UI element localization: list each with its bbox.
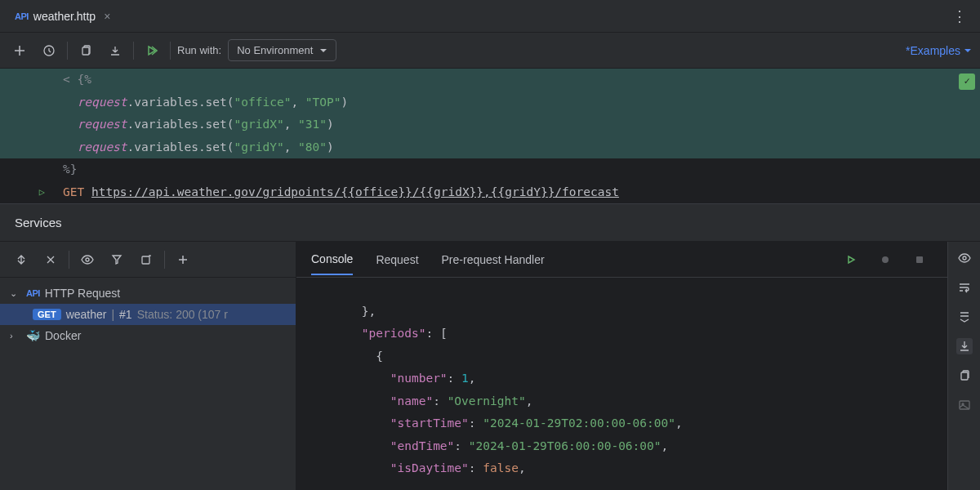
eye-icon[interactable] xyxy=(76,248,99,271)
separator xyxy=(69,251,69,269)
file-tab[interactable]: API weather.http × xyxy=(7,0,118,32)
services-panel-title: Services xyxy=(0,203,980,242)
run-gutter-icon[interactable]: ▷ xyxy=(39,181,45,204)
new-tab-icon[interactable] xyxy=(135,248,158,271)
right-rail xyxy=(947,242,980,490)
image-icon[interactable] xyxy=(956,397,973,413)
history-icon[interactable] xyxy=(38,39,60,62)
chevron-right-icon: › xyxy=(10,331,21,341)
svg-point-10 xyxy=(963,256,966,260)
run-all-icon[interactable] xyxy=(140,39,163,62)
get-badge: GET xyxy=(33,309,61,320)
code-editor[interactable]: ✓ < {% request.variables.set("office", "… xyxy=(0,69,980,203)
wrap-icon[interactable] xyxy=(956,279,973,296)
tab-bar: API weather.http × ⋮ xyxy=(0,0,980,33)
svg-rect-5 xyxy=(142,256,149,264)
import-icon[interactable] xyxy=(104,39,127,62)
svg-rect-11 xyxy=(961,372,968,380)
docker-icon: 🐳 xyxy=(26,329,40,342)
separator xyxy=(170,42,171,60)
separator xyxy=(164,251,165,269)
eye-icon[interactable] xyxy=(956,250,973,266)
copy-icon[interactable] xyxy=(956,368,973,384)
services-toolbar xyxy=(0,242,296,278)
download-icon[interactable] xyxy=(956,338,973,354)
editor-toolbar: Run with: No Environment *Examples xyxy=(0,33,980,69)
examples-link[interactable]: *Examples xyxy=(906,44,972,57)
filter-icon[interactable] xyxy=(105,248,128,271)
svg-rect-9 xyxy=(916,256,923,263)
api-icon: API xyxy=(15,11,29,21)
collapse-icon[interactable] xyxy=(39,248,62,271)
tree-label: Docker xyxy=(45,329,81,342)
status-text: Status: 200 (107 r xyxy=(137,308,228,321)
run-with-label: Run with: xyxy=(177,44,221,56)
expand-icon[interactable] xyxy=(10,248,33,271)
debug-icon[interactable] xyxy=(874,248,897,271)
more-icon[interactable]: ⋮ xyxy=(946,7,973,25)
scroll-to-end-icon[interactable] xyxy=(956,309,973,325)
tab-console[interactable]: Console xyxy=(311,244,353,275)
tab-pre-request-handler[interactable]: Pre-request Handler xyxy=(442,245,545,274)
response-tabs: Console Request Pre-request Handler ⋮ xyxy=(296,242,980,278)
services-tree: ⌄ API HTTP Request GET weather | #1 Stat… xyxy=(0,278,296,351)
chevron-down-icon xyxy=(319,47,327,55)
separator xyxy=(133,42,134,60)
services-tree-panel: ⌄ API HTTP Request GET weather | #1 Stat… xyxy=(0,242,296,490)
tree-label: HTTP Request xyxy=(45,287,120,300)
env-selected-value: No Environment xyxy=(237,44,313,56)
chevron-down-icon: ⌄ xyxy=(10,288,21,299)
svg-point-4 xyxy=(86,258,89,261)
response-panel: Console Request Pre-request Handler ⋮ },… xyxy=(296,242,980,490)
json-response[interactable]: }, "periods": [ { "number": 1, "name": "… xyxy=(296,278,980,490)
separator: | xyxy=(111,308,114,321)
chevron-down-icon xyxy=(964,47,972,55)
svg-rect-3 xyxy=(82,47,89,55)
close-icon[interactable]: × xyxy=(104,10,110,23)
tree-item-http-request[interactable]: ⌄ API HTTP Request xyxy=(0,283,296,304)
run-number: #1 xyxy=(119,308,132,321)
tab-filename: weather.http xyxy=(33,10,96,23)
check-icon[interactable]: ✓ xyxy=(959,74,975,90)
add-icon[interactable] xyxy=(8,39,31,62)
tree-label: weather xyxy=(66,308,107,321)
tree-item-weather-request[interactable]: GET weather | #1 Status: 200 (107 r xyxy=(0,304,296,325)
svg-point-8 xyxy=(882,256,889,263)
services-panel: ⌄ API HTTP Request GET weather | #1 Stat… xyxy=(0,242,980,490)
stop-icon[interactable] xyxy=(908,248,931,271)
tab-request[interactable]: Request xyxy=(376,245,418,274)
rerun-icon[interactable] xyxy=(840,248,862,271)
separator xyxy=(67,42,68,60)
environment-select[interactable]: No Environment xyxy=(228,39,336,61)
tree-item-docker[interactable]: › 🐳 Docker xyxy=(0,325,296,346)
api-icon: API xyxy=(26,288,40,298)
copy-icon[interactable] xyxy=(74,39,97,62)
add-service-icon[interactable] xyxy=(172,248,194,271)
